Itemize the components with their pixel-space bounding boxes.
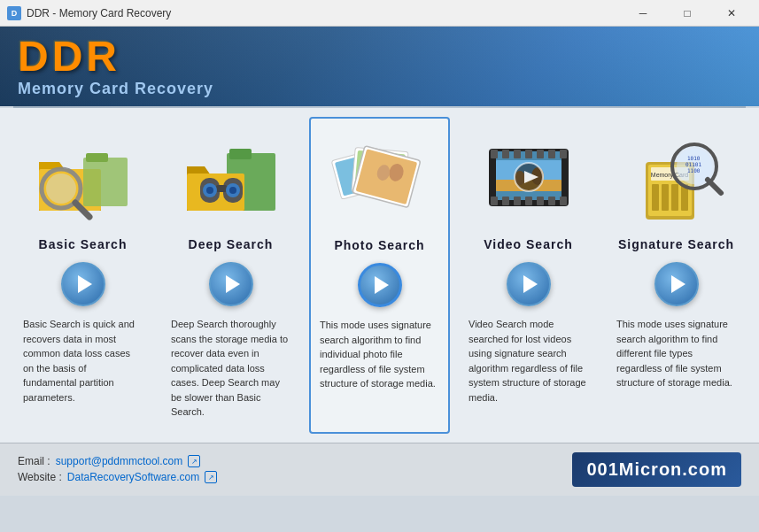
photo-search-play-button[interactable] bbox=[358, 263, 402, 307]
svg-rect-51 bbox=[662, 184, 669, 211]
email-label: Email : bbox=[18, 455, 50, 467]
website-label: Website : bbox=[18, 471, 62, 483]
basic-search-icon bbox=[30, 131, 136, 228]
title-bar-left: D DDR - Memory Card Recovery bbox=[7, 6, 171, 20]
svg-text:1100: 1100 bbox=[687, 167, 701, 173]
play-triangle-icon bbox=[226, 275, 240, 293]
deep-search-description: Deep Search thoroughly scans the storage… bbox=[171, 317, 290, 420]
video-search-icon bbox=[476, 131, 582, 228]
svg-line-61 bbox=[708, 180, 721, 193]
svg-point-16 bbox=[206, 187, 213, 194]
basic-search-title: Basic Search bbox=[39, 237, 128, 251]
svg-rect-31 bbox=[525, 150, 532, 158]
email-link[interactable]: support@pddmmctool.com bbox=[56, 455, 183, 467]
photo-search-card[interactable]: Photo Search This mode uses signature se… bbox=[309, 117, 450, 434]
svg-point-17 bbox=[229, 187, 236, 194]
svg-text:1010: 1010 bbox=[687, 155, 701, 161]
video-search-description: Video Search mode searched for lost vide… bbox=[469, 317, 588, 405]
svg-rect-50 bbox=[652, 184, 659, 211]
search-options-container: Basic Search Basic Search is quick and r… bbox=[0, 108, 759, 443]
svg-rect-39 bbox=[537, 197, 544, 205]
svg-rect-36 bbox=[502, 197, 509, 205]
email-row: Email : support@pddmmctool.com ↗ bbox=[18, 455, 217, 467]
play-triangle-icon bbox=[671, 275, 685, 293]
play-triangle-icon bbox=[375, 276, 389, 294]
deep-search-title: Deep Search bbox=[189, 237, 274, 251]
photo-search-description: This mode uses signature search algorith… bbox=[320, 318, 439, 391]
svg-rect-41 bbox=[560, 197, 567, 205]
signature-search-icon: Memory Card 1010 01101 1100 bbox=[623, 131, 730, 228]
svg-rect-35 bbox=[491, 197, 498, 205]
website-link[interactable]: DataRecoverySoftware.com bbox=[67, 471, 199, 483]
svg-rect-28 bbox=[491, 150, 498, 158]
svg-rect-40 bbox=[548, 197, 555, 205]
svg-rect-13 bbox=[216, 185, 227, 192]
close-button[interactable]: ✕ bbox=[711, 0, 752, 27]
svg-text:01101: 01101 bbox=[685, 161, 701, 167]
app-header: DDR Memory Card Recovery bbox=[0, 27, 759, 106]
logo-ddr-text: DDR bbox=[18, 35, 213, 78]
basic-search-description: Basic Search is quick and recovers data … bbox=[23, 317, 143, 405]
title-bar: D DDR - Memory Card Recovery ─ □ ✕ bbox=[0, 0, 759, 27]
deep-search-icon bbox=[178, 131, 284, 228]
video-search-card[interactable]: Video Search Video Search mode searched … bbox=[459, 117, 598, 434]
svg-rect-33 bbox=[548, 150, 555, 158]
svg-rect-8 bbox=[229, 149, 252, 159]
photo-search-title: Photo Search bbox=[334, 238, 424, 252]
basic-search-play-button[interactable] bbox=[61, 262, 105, 306]
app-logo: DDR Memory Card Recovery bbox=[18, 35, 213, 98]
basic-search-card[interactable]: Basic Search Basic Search is quick and r… bbox=[13, 117, 152, 434]
photo-search-icon bbox=[327, 132, 433, 229]
window-controls: ─ □ ✕ bbox=[623, 0, 752, 27]
logo-subtitle-text: Memory Card Recovery bbox=[18, 80, 213, 98]
footer-links: Email : support@pddmmctool.com ↗ Website… bbox=[18, 455, 217, 483]
minimize-button[interactable]: ─ bbox=[623, 0, 663, 27]
footer-brand: 001Micron.com bbox=[572, 452, 741, 487]
window-title: DDR - Memory Card Recovery bbox=[27, 7, 171, 19]
svg-rect-52 bbox=[671, 184, 678, 211]
deep-search-play-button[interactable] bbox=[209, 262, 253, 306]
video-search-title: Video Search bbox=[484, 237, 572, 251]
svg-rect-29 bbox=[502, 150, 509, 158]
svg-rect-2 bbox=[83, 158, 128, 206]
svg-rect-3 bbox=[86, 153, 108, 162]
signature-search-card[interactable]: Memory Card 1010 01101 1100 Signature Se… bbox=[607, 117, 746, 434]
signature-search-title: Signature Search bbox=[618, 237, 734, 251]
signature-search-play-button[interactable] bbox=[654, 262, 699, 306]
svg-rect-34 bbox=[560, 150, 567, 158]
email-external-icon: ↗ bbox=[188, 455, 200, 467]
app-icon: D bbox=[7, 6, 21, 20]
deep-search-card[interactable]: Deep Search Deep Search thoroughly scans… bbox=[161, 117, 300, 434]
svg-rect-37 bbox=[514, 197, 521, 205]
svg-rect-38 bbox=[525, 197, 532, 205]
svg-point-5 bbox=[46, 173, 76, 204]
signature-search-description: This mode uses signature search algorith… bbox=[616, 317, 736, 390]
play-triangle-icon bbox=[78, 275, 92, 293]
app-footer: Email : support@pddmmctool.com ↗ Website… bbox=[0, 443, 759, 496]
website-external-icon: ↗ bbox=[205, 471, 217, 483]
website-row: Website : DataRecoverySoftware.com ↗ bbox=[18, 471, 217, 483]
play-triangle-icon bbox=[523, 275, 538, 293]
svg-rect-30 bbox=[514, 150, 521, 158]
video-search-play-button[interactable] bbox=[507, 262, 551, 306]
svg-rect-32 bbox=[537, 150, 544, 158]
maximize-button[interactable]: □ bbox=[667, 0, 708, 27]
